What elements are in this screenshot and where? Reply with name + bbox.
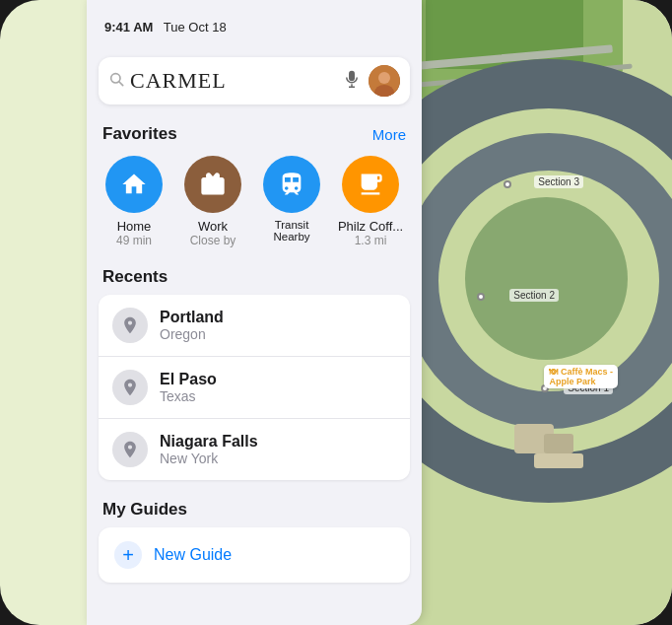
svg-line-1: [119, 82, 123, 86]
portland-sub: Oregon: [160, 326, 224, 342]
location-icon-portland: [112, 308, 148, 343]
status-bar: 9:41 AM Tue Oct 18: [89, 18, 672, 35]
favorite-home[interactable]: Home 49 min: [99, 156, 169, 247]
portland-name: Portland: [160, 309, 224, 326]
home-icon-circle: [105, 156, 163, 213]
coffee-sublabel: 1.3 mi: [355, 234, 387, 247]
map-dot-section2: [477, 293, 485, 301]
map-dot-section3: [504, 180, 511, 188]
guides-title: My Guides: [99, 496, 410, 527]
portland-text: Portland Oregon: [160, 309, 224, 342]
search-icon: [108, 71, 124, 91]
avatar[interactable]: [369, 65, 400, 97]
favorites-title: Favorites: [102, 124, 177, 144]
plus-icon: +: [114, 541, 142, 569]
status-time: 9:41 AM: [104, 20, 153, 35]
location-icon-elpaso: [112, 370, 148, 405]
home-label: Home: [117, 219, 152, 234]
microphone-icon[interactable]: [343, 70, 361, 93]
recent-item-elpaso[interactable]: El Paso Texas: [99, 357, 410, 419]
new-guide-card[interactable]: + New Guide: [99, 527, 410, 583]
favorites-section: Favorites More Home 49 min: [87, 120, 422, 255]
map-label-section2: Section 2: [509, 289, 559, 302]
side-panel: CARMEL: [87, 0, 422, 625]
elpaso-text: El Paso Texas: [160, 371, 217, 404]
guides-section: My Guides + New Guide: [87, 496, 422, 583]
favorites-header: Favorites More: [99, 120, 410, 152]
search-input[interactable]: CARMEL: [130, 68, 337, 94]
search-bar[interactable]: CARMEL: [99, 57, 410, 104]
recent-item-portland[interactable]: Portland Oregon: [99, 295, 410, 357]
recents-section: Recents Portland Oregon: [87, 263, 422, 480]
svg-point-5: [378, 72, 390, 84]
elpaso-name: El Paso: [160, 371, 217, 388]
transit-label: Transit Nearby: [256, 219, 327, 243]
plus-symbol: +: [122, 545, 134, 565]
favorites-grid: Home 49 min Work Close by: [99, 152, 410, 255]
niagara-name: Niagara Falls: [160, 433, 258, 451]
map-label-section3: Section 3: [534, 175, 583, 188]
work-icon-circle: [184, 156, 241, 213]
transit-icon-circle: [263, 156, 320, 213]
favorite-work[interactable]: Work Close by: [177, 156, 248, 247]
coffee-icon-circle: [342, 156, 399, 213]
caffe-macs-label: 🍽 Caffè Macs -Apple Park: [544, 365, 618, 388]
location-icon-niagara: [112, 432, 148, 467]
favorite-transit[interactable]: Transit Nearby: [256, 156, 327, 247]
recent-item-niagara[interactable]: Niagara Falls New York: [99, 419, 410, 480]
niagara-sub: New York: [160, 451, 258, 466]
home-sublabel: 49 min: [116, 234, 152, 247]
work-label: Work: [198, 219, 228, 234]
niagara-text: Niagara Falls New York: [160, 433, 258, 466]
favorite-coffee[interactable]: Philz Coff... 1.3 mi: [335, 156, 406, 247]
new-guide-label: New Guide: [154, 546, 232, 564]
elpaso-sub: Texas: [160, 388, 217, 404]
coffee-label: Philz Coff...: [338, 219, 403, 234]
device-frame: Section 3 Section 2 Section 1 🍽 Caffè Ma…: [0, 0, 672, 625]
recents-card: Portland Oregon El Paso Texas: [99, 295, 410, 480]
more-button[interactable]: More: [372, 126, 406, 143]
recents-title: Recents: [99, 263, 410, 295]
work-sublabel: Close by: [190, 234, 236, 247]
status-date: Tue Oct 18: [164, 20, 227, 35]
